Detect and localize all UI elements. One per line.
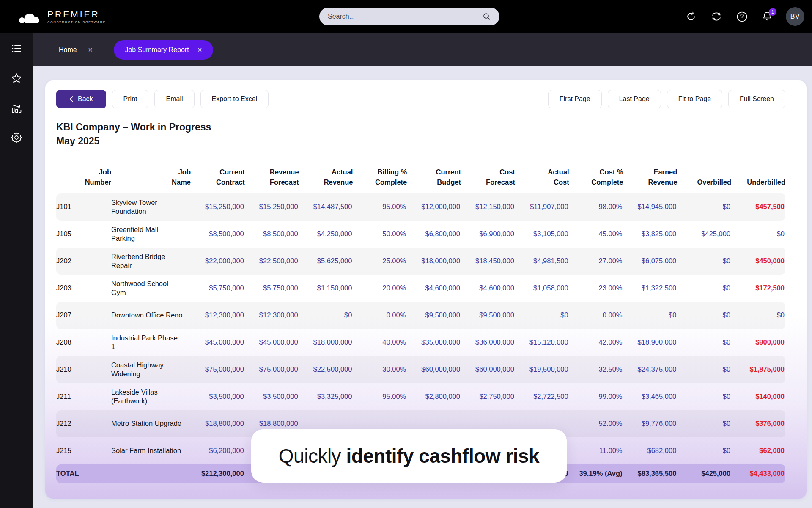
table-cell: $172,500 — [731, 275, 785, 302]
table-cell: $18,000,000 — [407, 248, 461, 275]
table-cell: $0 — [677, 275, 731, 302]
table-cell: $425,000 — [677, 464, 731, 483]
search-input[interactable] — [328, 13, 483, 20]
table-cell: Northwood School Gym — [111, 275, 191, 302]
table-cell: $0 — [623, 302, 678, 329]
tab-bar: Home ✕ Job Summary Report ✕ — [33, 33, 812, 66]
table-cell: $0 — [731, 302, 785, 329]
report-title-block: KBI Company – Work in Progress May 2025 — [56, 120, 785, 148]
tab-home-close-icon[interactable]: ✕ — [88, 47, 93, 53]
table-cell: $12,000,000 — [407, 193, 461, 221]
table-row: J208Industrial Park Phase 1$45,000,000$4… — [56, 329, 785, 356]
refresh-icon[interactable] — [684, 10, 698, 23]
table-cell: 52.00% — [569, 410, 623, 437]
export-to-excel-button[interactable]: Export to Excel — [200, 90, 269, 108]
search-icon[interactable] — [483, 12, 491, 21]
table-cell: $425,000 — [677, 221, 731, 248]
table-cell: J210 — [56, 356, 111, 383]
table-cell: $3,500,000 — [245, 383, 299, 410]
table-cell: $22,500,000 — [299, 356, 353, 383]
table-cell: $83,365,500 — [623, 464, 678, 483]
table-cell: $22,000,000 — [191, 248, 245, 275]
table-header-cell: CostForecast — [461, 167, 515, 193]
table-row: J203Northwood School Gym$5,750,000$5,750… — [56, 275, 785, 302]
full-screen-button[interactable]: Full Screen — [728, 90, 785, 108]
table-cell: $18,000,000 — [299, 329, 353, 356]
avatar[interactable]: BV — [786, 7, 804, 26]
report-title: KBI Company – Work in Progress — [56, 120, 785, 134]
table-cell: 39.19% (Avg) — [569, 464, 623, 483]
table-cell: $8,500,000 — [191, 221, 245, 248]
email-button[interactable]: Email — [154, 90, 194, 108]
table-cell: Skyview Tower Foundation — [111, 193, 191, 221]
table-cell: $5,750,000 — [245, 275, 299, 302]
table-cell: $45,000,000 — [245, 329, 299, 356]
tab-home[interactable]: Home ✕ — [59, 46, 93, 54]
table-cell: Greenfield Mall Parking — [111, 221, 191, 248]
caption-bold-text: identify cashflow risk — [346, 445, 539, 467]
table-cell: $35,000,000 — [407, 329, 461, 356]
last-page-button[interactable]: Last Page — [608, 90, 661, 108]
table-header-cell: RevenueForecast — [245, 167, 299, 193]
table-cell: Lakeside Villas (Earthwork) — [111, 383, 191, 410]
table-cell: $18,800,000 — [191, 410, 245, 437]
print-button[interactable]: Print — [112, 90, 149, 108]
table-header-cell: EarnedRevenue — [623, 167, 678, 193]
table-header-cell: JobName — [111, 167, 191, 193]
table-cell: $3,465,000 — [623, 383, 678, 410]
table-cell: 25.00% — [353, 248, 407, 275]
table-cell: 0.00% — [353, 302, 407, 329]
favorites-star-icon[interactable] — [10, 72, 23, 85]
help-icon[interactable] — [735, 10, 749, 23]
table-cell: 30.00% — [353, 356, 407, 383]
menu-list-icon[interactable] — [10, 42, 23, 55]
table-cell: Metro Station Upgrade — [111, 410, 191, 437]
table-cell: 42.00% — [569, 329, 623, 356]
table-cell: $4,433,000 — [731, 464, 785, 483]
table-cell: $0 — [515, 302, 569, 329]
caption-light-text: Quickly — [279, 445, 346, 467]
fit-to-page-button[interactable]: Fit to Page — [667, 90, 722, 108]
table-cell: 11.00% — [569, 437, 623, 464]
table-cell: $0 — [677, 437, 731, 464]
table-cell: $8,500,000 — [245, 221, 299, 248]
table-cell: $11,907,000 — [515, 193, 569, 221]
table-cell: $4,600,000 — [461, 275, 515, 302]
tab-job-summary-report[interactable]: Job Summary Report ✕ — [114, 40, 213, 60]
table-cell: $19,500,000 — [515, 356, 569, 383]
table-cell: $1,150,000 — [299, 275, 353, 302]
table-cell: $3,825,000 — [623, 221, 678, 248]
table-cell: $0 — [677, 248, 731, 275]
global-search[interactable] — [319, 8, 499, 25]
table-row: J105Greenfield Mall Parking$8,500,000$8,… — [56, 221, 785, 248]
sync-icon[interactable] — [710, 10, 723, 23]
table-cell: J207 — [56, 302, 111, 329]
notification-badge: 1 — [769, 8, 776, 16]
tab-home-label: Home — [59, 46, 77, 54]
table-cell: TOTAL — [56, 464, 111, 483]
first-page-button[interactable]: First Page — [548, 90, 602, 108]
table-cell: $9,500,000 — [461, 302, 515, 329]
tab-job-summary-close-icon[interactable]: ✕ — [198, 47, 203, 53]
table-cell: J203 — [56, 275, 111, 302]
cloud-logo-icon — [19, 9, 42, 24]
table-cell: $2,722,500 — [515, 383, 569, 410]
table-header-cell: CurrentBudget — [407, 167, 461, 193]
table-cell: $0 — [677, 302, 731, 329]
table-cell: $0 — [299, 302, 353, 329]
table-cell: J212 — [56, 410, 111, 437]
table-cell: $9,776,000 — [623, 410, 678, 437]
back-button[interactable]: Back — [56, 90, 106, 108]
table-cell: $12,150,000 — [461, 193, 515, 221]
table-cell: $60,000,000 — [461, 356, 515, 383]
table-cell: 0.00% — [569, 302, 623, 329]
settings-gear-icon[interactable] — [10, 131, 23, 144]
table-cell: $1,058,000 — [515, 275, 569, 302]
table-cell: $0 — [731, 221, 785, 248]
left-sidebar — [0, 33, 33, 508]
reports-chart-icon[interactable] — [10, 102, 23, 114]
tab-job-summary-label: Job Summary Report — [125, 46, 189, 54]
table-cell: J202 — [56, 248, 111, 275]
notifications-bell-icon[interactable]: 1 — [760, 10, 774, 23]
table-cell: $3,105,000 — [515, 221, 569, 248]
